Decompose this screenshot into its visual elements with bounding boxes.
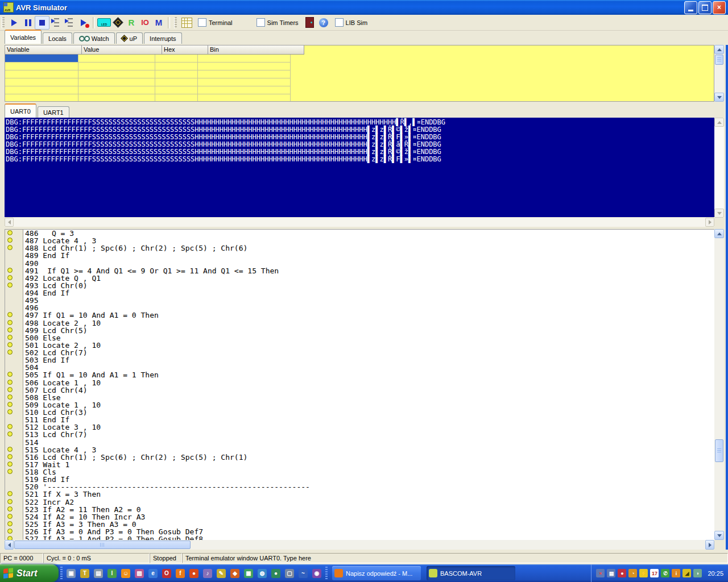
grid-cell[interactable] bbox=[198, 63, 291, 70]
tab-uart1[interactable]: UART1 bbox=[38, 106, 69, 118]
code-listing[interactable]: 486 Q = 3487 Locate 4 , 3488 Lcd Chr(1) … bbox=[5, 229, 714, 540]
grid-cell[interactable] bbox=[5, 78, 78, 86]
grid-column-header[interactable]: Value bbox=[82, 45, 162, 55]
pause-button[interactable] bbox=[21, 16, 35, 29]
grid-cell[interactable] bbox=[78, 86, 155, 94]
grid-cell[interactable] bbox=[155, 70, 198, 78]
close-button[interactable]: × bbox=[713, 1, 726, 14]
quick-launch-computer-icon[interactable]: ▤ bbox=[94, 569, 103, 578]
grid-cell[interactable] bbox=[78, 63, 155, 70]
quick-launch-opera-icon[interactable]: O bbox=[162, 569, 171, 578]
run-button[interactable] bbox=[7, 16, 21, 29]
grid-cell[interactable] bbox=[155, 86, 198, 94]
code-line[interactable]: 503 End If bbox=[5, 356, 714, 364]
terminal-checkbox[interactable]: Terminal bbox=[198, 18, 233, 27]
quick-launch-app-1-icon[interactable]: ▣ bbox=[67, 569, 76, 578]
code-gutter[interactable] bbox=[5, 535, 23, 540]
task-button[interactable]: Napisz odpowiedź - M... bbox=[332, 566, 421, 580]
code-gutter[interactable] bbox=[5, 409, 23, 416]
grid-cell[interactable] bbox=[5, 63, 78, 70]
code-gutter[interactable] bbox=[5, 454, 23, 461]
grid-cell[interactable] bbox=[5, 94, 78, 102]
code-gutter[interactable] bbox=[5, 461, 23, 468]
variables-grid-scrollbar[interactable] bbox=[714, 45, 724, 102]
stop-button[interactable] bbox=[35, 16, 49, 30]
code-line[interactable]: 523 If A2 = 11 Then A2 = 0 bbox=[5, 506, 714, 513]
breakpoint-marker[interactable] bbox=[7, 275, 13, 280]
code-gutter[interactable] bbox=[5, 401, 23, 409]
breakpoint-marker[interactable] bbox=[7, 282, 13, 288]
code-gutter[interactable] bbox=[5, 237, 23, 244]
breakpoint-marker[interactable] bbox=[7, 402, 13, 407]
code-line[interactable]: 517 Wait 1 bbox=[5, 461, 714, 468]
checkbox-box[interactable] bbox=[335, 18, 344, 27]
code-line[interactable]: 507 Lcd Chr(4) bbox=[5, 386, 714, 394]
taskbar-separator[interactable] bbox=[325, 567, 328, 580]
selected-cell[interactable] bbox=[5, 55, 78, 63]
code-gutter[interactable] bbox=[5, 304, 23, 311]
registers-button[interactable]: R bbox=[125, 16, 138, 29]
breakpoint-marker[interactable] bbox=[7, 268, 13, 273]
taskbar-clock[interactable]: 20:25 bbox=[708, 570, 723, 577]
code-gutter[interactable] bbox=[5, 513, 23, 521]
hardware-sim-button[interactable] bbox=[111, 16, 125, 29]
breakpoint-marker[interactable] bbox=[7, 342, 13, 347]
grid-column-header[interactable]: Variable bbox=[5, 45, 82, 55]
code-gutter[interactable] bbox=[5, 349, 23, 356]
code-line[interactable]: 495 bbox=[5, 297, 714, 304]
code-line[interactable]: 505 If Q1 = 10 And A1 = 1 Then bbox=[5, 371, 714, 379]
code-line[interactable]: 506 Locate 1 , 10 bbox=[5, 379, 714, 386]
breakpoint-marker[interactable] bbox=[7, 514, 13, 519]
code-gutter[interactable] bbox=[5, 521, 23, 528]
grid-cell[interactable] bbox=[155, 63, 198, 70]
task-button[interactable]: BASCOM-AVR bbox=[427, 566, 515, 580]
code-line[interactable]: 489 End If bbox=[5, 252, 714, 259]
code-gutter[interactable] bbox=[5, 327, 23, 334]
grid-cell[interactable] bbox=[5, 86, 78, 94]
quick-launch-image-viewer-icon[interactable]: ▦ bbox=[244, 569, 253, 578]
code-line[interactable]: 493 Lcd Chr(0) bbox=[5, 282, 714, 289]
breakpoint-marker[interactable] bbox=[7, 312, 13, 317]
code-gutter[interactable] bbox=[5, 498, 23, 506]
code-line[interactable]: 510 Lcd Chr(3) bbox=[5, 409, 714, 416]
grid-cell[interactable] bbox=[198, 86, 291, 94]
scroll-up-button[interactable] bbox=[714, 229, 724, 238]
code-gutter[interactable] bbox=[5, 490, 23, 498]
code-line[interactable]: 514 bbox=[5, 439, 714, 446]
quick-launch-alerts-icon[interactable]: ◆ bbox=[230, 569, 239, 578]
code-gutter[interactable] bbox=[5, 311, 23, 319]
breakpoint-marker[interactable] bbox=[7, 447, 13, 452]
uart-terminal[interactable]: DBG:FFFFFFFFFFFFFFFFFSSSSSSSSSSSSSSSSSSS… bbox=[5, 118, 714, 217]
tab-watch[interactable]: Watch bbox=[73, 32, 115, 44]
code-line[interactable]: 488 Lcd Chr(1) ; Spc(6) ; Chr(2) ; Spc(5… bbox=[5, 244, 714, 252]
quick-launch-media-icon[interactable]: ● bbox=[271, 569, 280, 578]
code-line[interactable]: 491 If Q1 >= 4 And Q1 <= 9 Or Q1 >= 11 A… bbox=[5, 267, 714, 275]
code-gutter[interactable] bbox=[5, 342, 23, 349]
grid-cell[interactable] bbox=[78, 55, 155, 63]
tray-calendar[interactable]: 17 bbox=[650, 569, 659, 577]
code-gutter[interactable] bbox=[5, 252, 23, 259]
tray-power[interactable]: ⚡ bbox=[639, 569, 648, 577]
breakpoint-marker[interactable] bbox=[7, 529, 13, 534]
checkbox-box[interactable] bbox=[257, 18, 265, 27]
scroll-down-button[interactable] bbox=[714, 531, 724, 540]
grid-cell[interactable] bbox=[198, 78, 291, 86]
code-gutter[interactable] bbox=[5, 334, 23, 342]
code-line[interactable]: 494 End If bbox=[5, 289, 714, 297]
breakpoint-marker[interactable] bbox=[7, 320, 13, 325]
toolbar-grip-2[interactable] bbox=[174, 17, 177, 28]
code-gutter[interactable] bbox=[5, 506, 23, 513]
tray-phone[interactable]: ✆ bbox=[661, 569, 669, 577]
code-gutter[interactable] bbox=[5, 267, 23, 275]
toolbar-grip[interactable] bbox=[2, 17, 5, 28]
run-to-cursor-button[interactable] bbox=[77, 16, 90, 29]
code-line[interactable]: 527 If A3 = 1 And P2 = 0 Then Gosub Def8 bbox=[5, 535, 714, 540]
tray-updates[interactable]: ◢ bbox=[682, 569, 691, 577]
grid-cell[interactable] bbox=[155, 78, 198, 86]
scroll-up-button[interactable] bbox=[714, 45, 724, 54]
breakpoint-marker[interactable] bbox=[7, 380, 13, 385]
breakpoint-marker[interactable] bbox=[7, 372, 13, 377]
code-line[interactable]: 524 If A2 = 10 Then Incr A3 bbox=[5, 513, 714, 521]
breakpoint-marker[interactable] bbox=[7, 462, 13, 467]
breakpoint-marker[interactable] bbox=[7, 245, 13, 250]
